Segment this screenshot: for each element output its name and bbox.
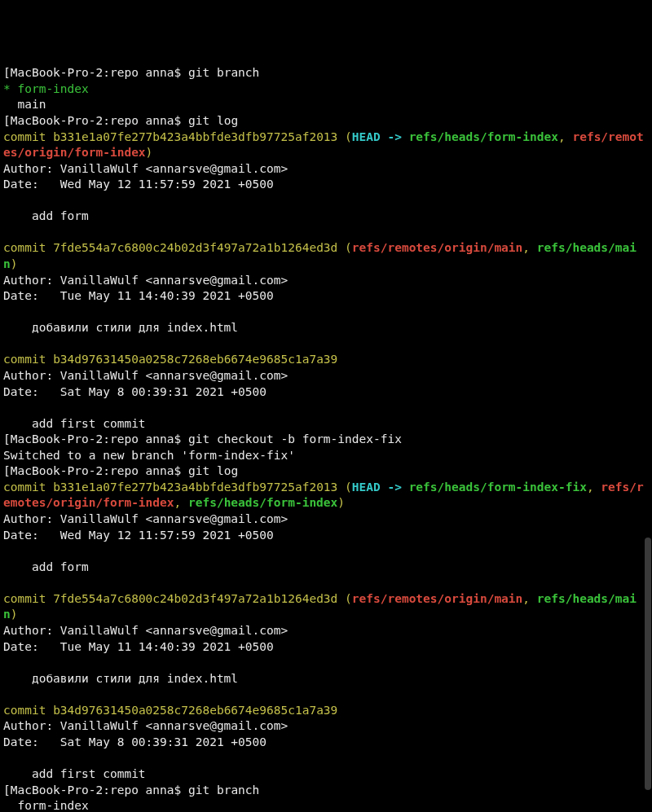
date-line: Date: Sat May 8 00:39:31 2021 +0500 [3,385,267,398]
prompt-line: [MacBook-Pro-2:repo anna$ git log [3,464,238,477]
branch-current: * form-index [3,82,89,95]
author-line: Author: VanillaWulf <annarsve@gmail.com> [3,624,288,637]
branch-item: main [17,98,46,111]
head-ref: HEAD -> [352,481,409,494]
command-text: git branch [188,66,259,79]
date-line: Date: Tue May 11 14:40:39 2021 +0500 [3,289,274,302]
terminal-output[interactable]: [MacBook-Pro-2:repo anna$ git branch * f… [3,65,649,812]
author-line: Author: VanillaWulf <annarsve@gmail.com> [3,512,288,525]
prompt-line: [MacBook-Pro-2:repo anna$ git checkout -… [3,432,402,446]
commit-msg: add first commit [3,767,146,780]
commit-line: commit b331e1a07fe277b423a4bbfde3dfb9772… [3,481,337,494]
commit-msg: add form [3,209,89,222]
command-text: git checkout -b form-index-fix [188,432,402,446]
switched-msg: Switched to a new branch 'form-index-fix… [3,449,295,462]
author-line: Author: VanillaWulf <annarsve@gmail.com> [3,719,288,732]
commit-line: commit b34d97631450a0258c7268eb6674e9685… [3,353,337,366]
date-line: Date: Wed May 12 11:57:59 2021 +0500 [3,178,274,191]
author-line: Author: VanillaWulf <annarsve@gmail.com> [3,369,288,382]
commit-msg: добавили стили для index.html [3,321,238,334]
author-line: Author: VanillaWulf <annarsve@gmail.com> [3,162,288,175]
author-line: Author: VanillaWulf <annarsve@gmail.com> [3,274,288,287]
command-text: git log [188,114,238,127]
commit-line: commit 7fde554a7c6800c24b02d3f497a72a1b1… [3,592,337,605]
scrollbar[interactable] [645,538,651,790]
date-line: Date: Tue May 11 14:40:39 2021 +0500 [3,640,274,653]
commit-line: commit b34d97631450a0258c7268eb6674e9685… [3,704,337,717]
prompt-line: [MacBook-Pro-2:repo anna$ git branch [3,66,259,79]
commit-msg: add form [3,560,89,573]
commit-line: commit b331e1a07fe277b423a4bbfde3dfb9772… [3,130,337,143]
commit-msg: add first commit [3,417,146,430]
prompt-line: [MacBook-Pro-2:repo anna$ git log [3,114,238,127]
remote-ref: refs/remotes/origin/main [352,592,523,605]
branch-item: form-index [17,799,88,812]
branch-ref: refs/heads/form-index-fix [409,481,587,494]
date-line: Date: Sat May 8 00:39:31 2021 +0500 [3,735,267,748]
branch-ref: refs/heads/form-index [409,130,558,143]
remote-ref: refs/remotes/origin/main [352,241,523,254]
head-ref: HEAD -> [352,130,409,143]
command-text: git log [188,464,238,477]
date-line: Date: Wed May 12 11:57:59 2021 +0500 [3,529,274,542]
commit-line: commit 7fde554a7c6800c24b02d3f497a72a1b1… [3,241,337,254]
commit-msg: добавили стили для index.html [3,672,238,685]
branch-ref: refs/heads/form-index [188,496,337,509]
command-text: git branch [188,783,259,797]
prompt-line: [MacBook-Pro-2:repo anna$ git branch [3,783,259,797]
